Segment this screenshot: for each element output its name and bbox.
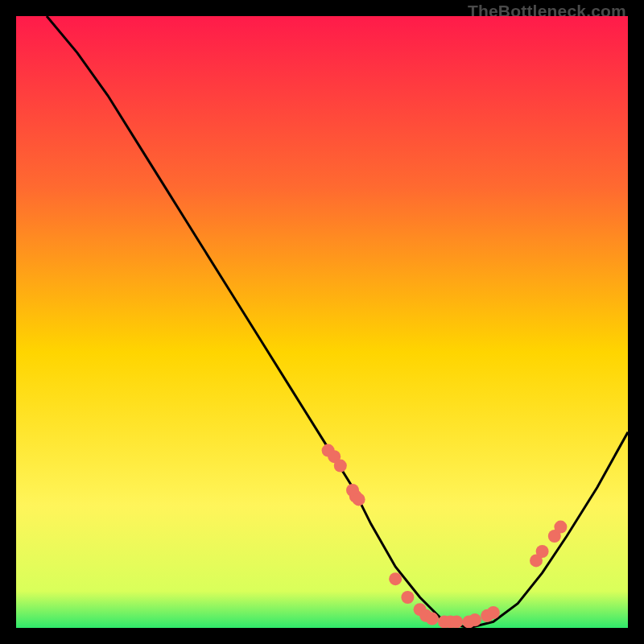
data-point [353,493,365,506]
data-point [469,613,481,626]
data-point [450,615,463,628]
chart-svg [16,16,628,628]
data-point [487,606,500,619]
data-point [426,613,439,625]
data-point [401,591,414,604]
data-point [536,545,549,558]
data-point [389,572,402,585]
plot-background [16,16,628,628]
data-point [554,521,567,534]
data-point [334,460,347,473]
